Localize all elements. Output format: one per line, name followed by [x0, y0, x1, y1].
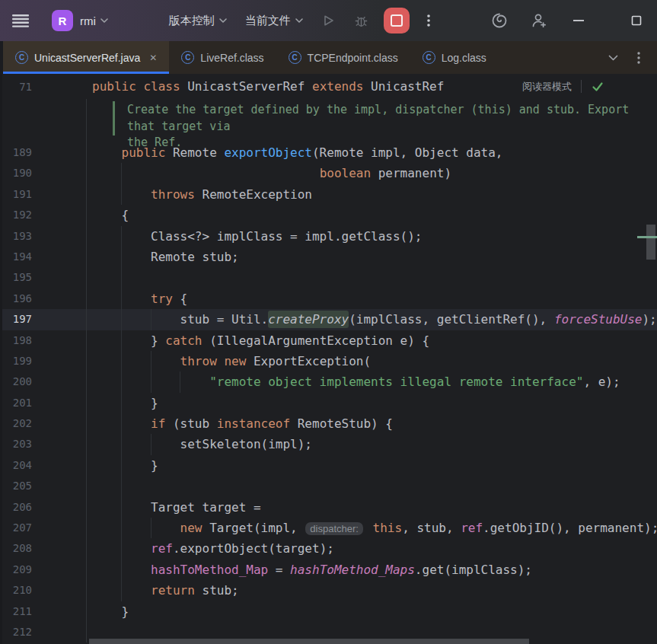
divider [581, 80, 582, 93]
code-line[interactable]: 199 throw new ExportException( [0, 351, 657, 371]
line-number: 199 [0, 351, 32, 371]
code-token: stub; [195, 583, 239, 598]
code-line[interactable]: 205 [0, 476, 657, 496]
line-number: 206 [0, 497, 32, 518]
editor-tab[interactable]: CLiveRef.class [169, 41, 276, 74]
ai-assistant-button[interactable] [488, 9, 511, 32]
code-text: throw new ExportException( [86, 351, 371, 371]
code-line[interactable]: 191 throws RemoteException [0, 184, 657, 205]
code-token: (implClass, getClientRef(), [349, 312, 554, 327]
code-line[interactable]: 192 { [0, 205, 657, 225]
debug-button[interactable] [350, 9, 373, 32]
code-token [217, 354, 225, 368]
vcs-widget[interactable]: 版本控制 [169, 14, 227, 28]
code-token: } [92, 604, 129, 619]
code-text: Remote stub; [86, 247, 239, 267]
indent-guide [121, 371, 122, 392]
code-token [92, 354, 180, 368]
code-line[interactable]: 207 new Target(impl, dispatcher: this, s… [0, 518, 657, 538]
code-token: Remote stub; [92, 250, 239, 264]
code-line[interactable]: 198 } catch (IllegalArgumentException e)… [0, 330, 657, 351]
code-line[interactable]: 210 return stub; [0, 580, 657, 601]
reader-mode-toggle[interactable]: 阅读器模式 [522, 80, 572, 94]
code-line[interactable]: 196 try { [0, 289, 657, 309]
stop-button[interactable] [384, 8, 410, 33]
code-line[interactable]: 203 setSkeleton(impl); [0, 434, 657, 454]
line-number: 197 [0, 309, 32, 330]
editor-tab[interactable]: CLog.class [410, 41, 499, 74]
code-token: forceStubUse [554, 312, 643, 327]
code-text: try { [86, 289, 187, 309]
code-token: Target target = [92, 500, 261, 515]
window-left-edge [0, 74, 2, 644]
code-token: Target(impl, [203, 521, 305, 535]
maximize-window-button[interactable] [625, 9, 648, 32]
code-text: public Remote exportObject(Remote impl, … [86, 142, 502, 163]
code-line[interactable]: 189 public Remote exportObject(Remote im… [0, 142, 657, 163]
line-number: 198 [0, 330, 32, 351]
code-token: } [92, 333, 165, 348]
line-number: 203 [0, 434, 32, 454]
code-token: ExportException( [246, 354, 371, 368]
horizontal-scrollbar-thumb[interactable] [89, 639, 529, 644]
code-text: hashToMethod_Map = hashToMethod_Maps.get… [86, 560, 532, 580]
code-line[interactable]: 197 stub = Util.createProxy(implClass, g… [0, 309, 657, 330]
code-line[interactable]: 209 hashToMethod_Map = hashToMethod_Maps… [0, 560, 657, 580]
code-text: Class<?> implClass = impl.getClass(); [86, 226, 422, 247]
code-token: ref [151, 541, 173, 556]
line-number: 190 [0, 163, 32, 183]
code-line[interactable]: 211 } [0, 601, 657, 622]
editor-tab[interactable]: CTCPEndpoint.class [276, 41, 410, 74]
line-number: 196 [0, 289, 32, 309]
code-editor[interactable]: Create the target defined by the impl, d… [0, 99, 657, 644]
code-token: throw [180, 354, 217, 368]
play-icon [321, 14, 335, 27]
minimize-window-button[interactable] [567, 9, 590, 32]
code-token [365, 521, 373, 535]
line-number: 201 [0, 393, 32, 413]
line-number: 212 [0, 622, 32, 642]
code-with-me-button[interactable] [528, 9, 550, 32]
code-line[interactable]: 204 } [0, 455, 657, 476]
code-token [92, 166, 320, 180]
code-line[interactable]: 202 if (stub instanceof RemoteStub) { [0, 413, 657, 434]
run-configuration-selector[interactable]: 当前文件 [245, 14, 303, 28]
code-text: } [86, 455, 158, 476]
line-number: 205 [0, 476, 32, 496]
code-text: setSkeleton(impl); [86, 434, 312, 454]
editor-tab[interactable]: CUnicastServerRef.java✕ [3, 41, 169, 74]
main-menu-button[interactable] [9, 9, 32, 32]
project-selector[interactable]: R rmi [52, 10, 108, 31]
code-token: .exportObject(target); [173, 541, 334, 556]
code-line[interactable]: 195 [0, 267, 657, 288]
sticky-header-line[interactable]: 71 public class UnicastServerRef extends… [0, 74, 657, 99]
doc-comment-bar [113, 101, 115, 135]
code-line[interactable]: 190 boolean permanent) [0, 163, 657, 183]
code-text: } [86, 393, 158, 413]
code-text: boolean permanent) [86, 163, 451, 183]
code-token: (IllegalArgumentException e) { [203, 333, 430, 348]
code-token: instanceof [217, 416, 290, 431]
line-number: 200 [0, 371, 32, 392]
code-token: new [180, 521, 203, 535]
vertical-scrollbar-thumb[interactable] [646, 225, 655, 260]
code-line[interactable]: 201 } [0, 393, 657, 413]
line-number: 209 [0, 560, 32, 580]
code-line[interactable]: 206 Target target = [0, 497, 657, 518]
code-token: permanent) [371, 166, 451, 180]
code-line[interactable]: 194 Remote stub; [0, 247, 657, 267]
tab-close-icon[interactable]: ✕ [149, 53, 157, 63]
code-token: extends [305, 79, 363, 94]
code-line[interactable]: 208 ref.exportObject(target); [0, 538, 657, 559]
line-number: 207 [0, 518, 32, 538]
code-text: stub = Util.createProxy(implClass, getCl… [86, 309, 657, 330]
more-run-actions-button[interactable] [417, 9, 440, 32]
run-button[interactable] [317, 9, 340, 32]
line-number: 189 [0, 142, 32, 163]
line-number: 204 [0, 455, 32, 476]
indent-guide [121, 580, 122, 601]
class-file-icon: C [423, 51, 435, 64]
code-line[interactable]: 200 "remote object implements illegal re… [0, 371, 657, 392]
indent-guide [121, 351, 122, 371]
code-line[interactable]: 193 Class<?> implClass = impl.getClass()… [0, 226, 657, 247]
